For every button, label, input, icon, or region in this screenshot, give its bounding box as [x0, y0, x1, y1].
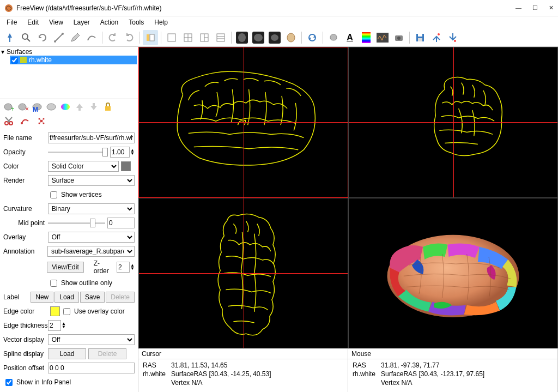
3d-view[interactable] — [348, 198, 558, 349]
menu-file[interactable]: File — [2, 17, 21, 27]
view-coronal[interactable] — [251, 30, 266, 45]
annotation-mode-icon[interactable] — [60, 101, 71, 112]
colorbar-button[interactable] — [359, 30, 374, 45]
tool-measure[interactable] — [51, 30, 66, 45]
show-outline-label: Show outline only — [61, 279, 112, 287]
layout-1x1[interactable] — [164, 30, 179, 45]
close-button[interactable]: ✕ — [549, 4, 554, 11]
remove-surface-icon[interactable]: × — [17, 101, 28, 112]
posoffset-input[interactable] — [48, 363, 135, 373]
overlay-select[interactable]: Off — [48, 232, 135, 243]
coronal-view[interactable] — [348, 47, 558, 198]
tool-zoom[interactable] — [19, 30, 34, 45]
zorder-input[interactable] — [117, 262, 130, 273]
filename-input[interactable] — [48, 132, 135, 143]
layout-1x3[interactable] — [197, 30, 212, 45]
label-save-button[interactable]: Save — [80, 292, 105, 303]
mouse-header: Mouse — [348, 349, 557, 359]
svg-text:M: M — [33, 106, 38, 112]
menu-tools[interactable]: Tools — [124, 17, 148, 27]
layout-2x2[interactable] — [180, 30, 196, 45]
tool-navigate[interactable] — [2, 30, 17, 45]
move-up-icon[interactable] — [74, 101, 85, 112]
label-new-button[interactable]: New — [31, 292, 53, 303]
spline-delete-button[interactable]: Delete — [88, 348, 126, 359]
load-scene-button[interactable] — [429, 30, 444, 45]
save-button[interactable] — [413, 30, 428, 45]
annotation-select[interactable]: sub-fsaverage_R.subparc374 — [47, 246, 135, 257]
label-delete-button[interactable]: Delete — [106, 292, 135, 303]
edgecolor-swatch[interactable] — [50, 306, 60, 316]
opacity-input[interactable] — [110, 147, 130, 158]
render-select[interactable]: Surface — [48, 175, 135, 186]
menu-layer[interactable]: Layer — [69, 17, 94, 27]
view-edit-button[interactable]: View/Edit — [47, 262, 84, 273]
export-scene-button[interactable] — [445, 30, 460, 45]
opacity-label: Opacity — [3, 148, 48, 156]
edgethick-label: Edge thickness — [3, 322, 48, 329]
cut-tool-icon[interactable] — [3, 116, 14, 126]
cycle-button[interactable] — [305, 30, 320, 45]
menu-help[interactable]: Help — [150, 17, 172, 27]
label-load-button[interactable]: Load — [54, 292, 79, 303]
add-surface-icon[interactable]: + — [3, 101, 14, 112]
surface-mode-icon[interactable] — [46, 101, 57, 112]
clear-path-icon[interactable] — [36, 116, 47, 126]
color-select[interactable]: Solid Color — [48, 161, 119, 172]
tool-rotate[interactable] — [35, 30, 50, 45]
main-view: Cursor RAS31.81, 11.53, 14.65 rh.whiteSu… — [138, 47, 558, 392]
camera-button[interactable] — [391, 30, 407, 45]
edgethick-input[interactable] — [48, 320, 61, 331]
tool-path[interactable] — [84, 30, 99, 45]
spline-load-button[interactable]: Load — [48, 348, 86, 359]
path-tool-icon[interactable] — [20, 116, 31, 126]
timecourse-button[interactable] — [375, 30, 390, 45]
move-down-icon[interactable] — [88, 101, 99, 112]
axial-view[interactable] — [138, 198, 348, 349]
lock-icon[interactable] — [102, 101, 113, 112]
layer-visible-checkbox[interactable] — [11, 57, 18, 64]
layout-1x4[interactable] — [213, 30, 228, 45]
svg-point-23 — [397, 37, 401, 40]
view-sagittal[interactable] — [234, 30, 250, 45]
menu-edit[interactable]: Edit — [23, 17, 43, 27]
tree-expand-icon[interactable]: ▾ — [1, 48, 4, 56]
mesh-mode-icon[interactable]: M — [32, 101, 43, 112]
vecdisp-select[interactable]: Off — [48, 334, 135, 345]
view-axial[interactable] — [267, 30, 282, 45]
text-button[interactable]: A — [342, 30, 357, 45]
svg-point-46 — [43, 118, 45, 120]
svg-point-4 — [54, 40, 56, 43]
undo-button[interactable] — [105, 30, 120, 45]
properties-panel: File name Opacity ▲▼ ColorSolid Color Re… — [0, 130, 138, 392]
toggle-panel-button[interactable] — [143, 30, 158, 45]
menubar: File Edit View Layer Action Tools Help — [0, 16, 558, 28]
toolbar: A — [0, 28, 558, 47]
svg-point-48 — [43, 123, 45, 124]
window-title: FreeView (/data/vf/freesurfer/sub-VF/sur… — [16, 4, 515, 12]
menu-view[interactable]: View — [45, 17, 68, 27]
show-vertices-checkbox[interactable] — [50, 191, 57, 198]
view-3d[interactable] — [283, 30, 299, 45]
svg-point-44 — [21, 122, 23, 124]
maximize-button[interactable]: ☐ — [532, 4, 538, 11]
color-swatch[interactable] — [121, 161, 131, 171]
layer-color-swatch — [20, 57, 27, 63]
svg-point-30 — [454, 40, 456, 42]
menu-action[interactable]: Action — [96, 17, 123, 27]
layer-tree[interactable]: ▾Surfaces rh.white — [0, 47, 138, 99]
tree-item-rh-white[interactable]: rh.white — [10, 56, 137, 64]
sagittal-view[interactable] — [138, 47, 348, 198]
brain-button[interactable] — [326, 30, 341, 45]
minimize-button[interactable]: — — [515, 4, 521, 11]
curvature-select[interactable]: Binary — [48, 203, 135, 214]
midpoint-input[interactable] — [107, 218, 135, 228]
tool-edit[interactable] — [68, 30, 83, 45]
show-outline-checkbox[interactable] — [50, 280, 57, 287]
showinfo-checkbox[interactable] — [5, 379, 13, 386]
redo-button[interactable] — [122, 30, 137, 45]
spline-label: Spline display — [3, 350, 48, 358]
midpoint-slider[interactable] — [48, 222, 105, 224]
opacity-slider[interactable] — [48, 152, 108, 153]
use-overlay-checkbox[interactable] — [63, 308, 70, 315]
